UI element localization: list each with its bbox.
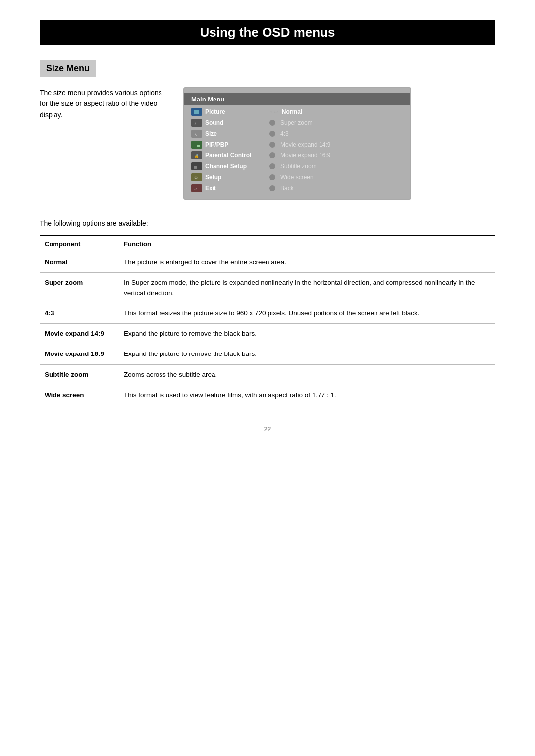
osd-arrow-picture: ○ ↩: [269, 109, 278, 115]
osd-label-picture: Picture: [205, 108, 269, 115]
osd-label-sound: Sound: [205, 119, 269, 126]
osd-label-size: Size: [205, 130, 269, 137]
osd-row-channel: ▦ Channel Setup Subtitle zoom: [184, 161, 410, 172]
table-header-row: Component Function: [40, 236, 495, 252]
table-cell-component: Normal: [40, 252, 119, 273]
svg-rect-1: [194, 110, 199, 114]
osd-dot-channel: [269, 163, 275, 169]
osd-header: Main Menu: [184, 93, 410, 105]
svg-rect-7: [197, 145, 200, 147]
table-cell-function: Zooms across the subtitle area.: [119, 364, 495, 385]
table-cell-function: Expand the picture to remove the black b…: [119, 344, 495, 364]
svg-text:♪: ♪: [194, 121, 196, 126]
table-cell-function: This format is used to view feature film…: [119, 385, 495, 405]
osd-row-sound: ♪ Sound Super zoom: [184, 117, 410, 128]
osd-dot-size: [269, 131, 275, 137]
osd-label-channel: Channel Setup: [205, 163, 269, 170]
table-cell-function: This format resizes the picture size to …: [119, 303, 495, 323]
table-row: Subtitle zoomZooms across the subtitle a…: [40, 364, 495, 385]
svg-text:▦: ▦: [194, 165, 197, 169]
table-cell-component: Subtitle zoom: [40, 364, 119, 385]
osd-dot-setup: [269, 174, 275, 180]
table-row: Movie expand 16:9Expand the picture to r…: [40, 344, 495, 364]
osd-row-pip: PIP/PBP Movie expand 14:9: [184, 139, 410, 150]
intro-area: The size menu provides various options f…: [40, 87, 495, 200]
osd-dot-exit: [269, 185, 275, 191]
osd-row-parental: 🔒 Parental Control Movie expand 16:9: [184, 150, 410, 161]
picture-icon: [191, 108, 202, 116]
table-row: 4:3This format resizes the picture size …: [40, 303, 495, 323]
osd-label-pip: PIP/PBP: [205, 141, 269, 148]
osd-row-exit: ↩ Exit Back: [184, 183, 410, 194]
osd-label-setup: Setup: [205, 174, 269, 181]
osd-row-picture: Picture ○ ↩ Normal: [184, 106, 410, 117]
table-cell-function: Expand the picture to remove the black b…: [119, 324, 495, 344]
osd-value-picture: Normal: [282, 108, 302, 115]
options-table: Component Function NormalThe picture is …: [40, 235, 495, 405]
col-header-function: Function: [119, 236, 495, 252]
osd-value-channel: Subtitle zoom: [280, 163, 317, 170]
osd-value-setup: Wide screen: [280, 174, 314, 181]
intro-text: The size menu provides various options f…: [40, 87, 168, 120]
section-title: Size Menu: [40, 60, 96, 77]
osd-value-exit: Back: [280, 185, 294, 192]
following-options-label: The following options are available:: [40, 219, 495, 227]
table-row: Wide screenThis format is used to view f…: [40, 385, 495, 405]
osd-value-sound: Super zoom: [280, 119, 313, 126]
table-cell-component: Movie expand 14:9: [40, 324, 119, 344]
parental-icon: 🔒: [191, 151, 202, 159]
osd-menu: Main Menu Picture ○ ↩ Normal ♪ Sound Sup…: [183, 87, 411, 200]
table-row: Movie expand 14:9Expand the picture to r…: [40, 324, 495, 344]
table-row: Super zoomIn Super zoom mode, the pictur…: [40, 273, 495, 303]
table-cell-function: In Super zoom mode, the picture is expan…: [119, 273, 495, 303]
table-cell-component: Super zoom: [40, 273, 119, 303]
pip-icon: [191, 141, 202, 149]
table-cell-function: The picture is enlarged to cover the ent…: [119, 252, 495, 273]
exit-icon: ↩: [191, 184, 202, 192]
osd-value-pip: Movie expand 14:9: [280, 141, 330, 148]
table-cell-component: Movie expand 16:9: [40, 344, 119, 364]
osd-dot-pip: [269, 142, 275, 148]
col-header-component: Component: [40, 236, 119, 252]
svg-text:⤡: ⤡: [194, 133, 197, 136]
table-row: NormalThe picture is enlarged to cover t…: [40, 252, 495, 273]
table-cell-component: 4:3: [40, 303, 119, 323]
page-number: 22: [40, 425, 495, 433]
setup-icon: ⚙: [191, 173, 202, 181]
osd-dot-sound: [269, 120, 275, 126]
sound-icon: ♪: [191, 119, 202, 127]
osd-dot-parental: [269, 152, 275, 158]
osd-label-parental: Parental Control: [205, 152, 269, 159]
osd-value-parental: Movie expand 16:9: [280, 152, 330, 159]
table-cell-component: Wide screen: [40, 385, 119, 405]
size-icon: ⤡: [191, 130, 202, 138]
svg-text:↩: ↩: [194, 187, 197, 191]
osd-row-size: ⤡ Size 4:3: [184, 128, 410, 139]
svg-text:🔒: 🔒: [194, 153, 199, 158]
osd-label-exit: Exit: [205, 185, 269, 192]
page-title: Using the OSD menus: [40, 20, 495, 45]
channel-icon: ▦: [191, 162, 202, 170]
osd-value-size: 4:3: [280, 130, 289, 137]
svg-text:⚙: ⚙: [194, 176, 198, 180]
osd-row-setup: ⚙ Setup Wide screen: [184, 172, 410, 183]
